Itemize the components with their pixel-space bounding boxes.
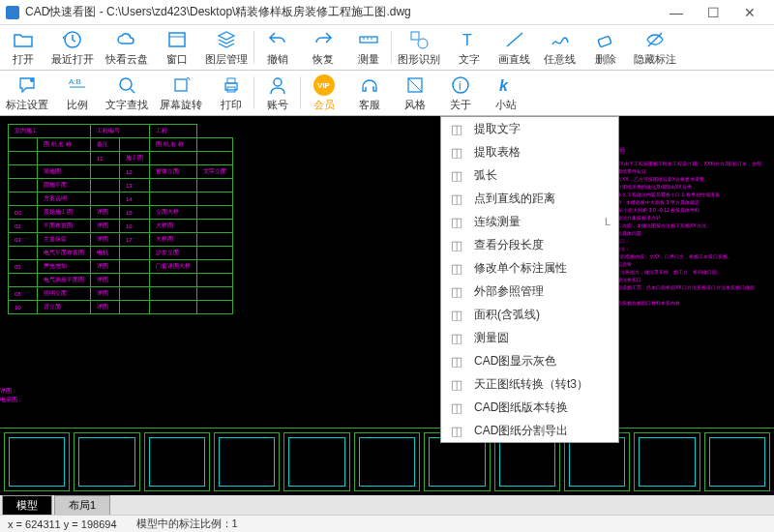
thumb[interactable] xyxy=(144,432,210,491)
area-icon: ◫ xyxy=(449,307,464,322)
svg-line-17 xyxy=(131,89,134,93)
erase-icon xyxy=(595,29,616,50)
tool-user[interactable]: 账号 xyxy=(254,71,300,115)
tool-label: 会员 xyxy=(313,98,335,112)
tool-line[interactable]: 画直线 xyxy=(491,25,537,70)
tool-print[interactable]: 打印 xyxy=(208,71,253,115)
tool-ruler[interactable]: 测量 xyxy=(345,25,391,70)
minimize-button[interactable]: — xyxy=(658,0,695,25)
thumb[interactable] xyxy=(283,432,349,491)
menu-item-edit-annotation[interactable]: ◫修改单个标注属性 xyxy=(441,256,618,280)
svg-line-10 xyxy=(507,33,522,46)
app-icon xyxy=(6,6,19,19)
menu-item-circle[interactable]: ◫测量圆 xyxy=(441,326,618,349)
tool-headset[interactable]: 客服 xyxy=(346,71,392,115)
table-extract-icon: ◫ xyxy=(449,144,464,160)
arc-icon: ◫ xyxy=(449,167,464,183)
tool-search[interactable]: 文字查找 xyxy=(100,71,154,115)
maximize-button[interactable]: ☐ xyxy=(695,0,731,25)
thumb[interactable] xyxy=(74,432,139,491)
status-scale: 模型中的标注比例：1 xyxy=(136,517,238,531)
tool-hide[interactable]: 隐藏标注 xyxy=(628,25,682,70)
cad-design-notes: 设计说明 一、XXXXX由于工程按图施工时本工程设计1套，XX和方方3套装订本，… xyxy=(598,145,762,307)
tool-label: 关于 xyxy=(450,98,471,112)
tool-label: 窗口 xyxy=(166,52,188,67)
menu-item-point-line[interactable]: ◫点到直线的距离 xyxy=(441,187,618,210)
svg-text:T: T xyxy=(462,32,472,48)
menu-item-arc[interactable]: ◫弧长 xyxy=(441,163,618,187)
version-icon: ◫ xyxy=(449,399,464,415)
status-coords: x = 624311 y = 198694 xyxy=(8,518,117,530)
menu-item-table-extract[interactable]: ◫提取表格 xyxy=(441,140,618,163)
k-logo-icon: k xyxy=(495,74,517,96)
svg-rect-1 xyxy=(169,33,185,46)
tool-ab-scale[interactable]: A:B比例 xyxy=(54,71,100,115)
tool-annotation[interactable]: 标注设置 xyxy=(0,71,54,115)
theme-icon xyxy=(404,74,426,96)
menu-item-chain[interactable]: ◫连续测量L xyxy=(441,210,618,233)
thumb[interactable] xyxy=(214,432,280,491)
svg-point-8 xyxy=(418,39,428,48)
freehand-icon xyxy=(550,29,571,50)
cloud-icon xyxy=(116,29,137,50)
circle-icon: ◫ xyxy=(449,330,464,345)
annotation-icon xyxy=(16,74,38,96)
menu-item-segment[interactable]: ◫查看分段长度 xyxy=(441,233,618,256)
close-button[interactable]: ✕ xyxy=(731,0,768,25)
svg-text:i: i xyxy=(459,79,461,93)
gray-icon: ◫ xyxy=(449,353,464,369)
tab-model[interactable]: 模型 xyxy=(2,495,52,515)
menu-item-gray[interactable]: ◫CAD图显示灰色 xyxy=(441,349,618,372)
tool-label: 比例 xyxy=(67,98,88,112)
menu-item-area[interactable]: ◫面积(含弧线) xyxy=(441,303,618,326)
tool-history[interactable]: 最近打开 xyxy=(45,25,100,70)
menu-item-text-extract[interactable]: ◫提取文字 xyxy=(441,117,618,140)
tool-theme[interactable]: 风格 xyxy=(392,71,437,115)
folder-open-icon xyxy=(13,29,34,50)
svg-point-22 xyxy=(274,78,282,86)
tool-layers[interactable]: 图层管理 xyxy=(199,25,253,70)
svg-rect-7 xyxy=(411,32,419,40)
tool-label: 画直线 xyxy=(498,52,530,67)
svg-point-13 xyxy=(30,78,34,82)
tool-undo[interactable]: 撤销 xyxy=(254,25,300,70)
tool-label: 打印 xyxy=(221,98,242,112)
svg-text:k: k xyxy=(499,77,509,94)
tool-redo[interactable]: 恢复 xyxy=(300,25,345,70)
tool-cloud[interactable]: 快看云盘 xyxy=(100,25,154,70)
tool-rotate[interactable]: 屏幕旋转 xyxy=(154,71,208,115)
tool-text[interactable]: T文字 xyxy=(446,25,491,70)
tool-k-logo[interactable]: k小站 xyxy=(483,71,528,115)
toolbar-secondary: 标注设置A:B比例文字查找屏幕旋转打印账号VIP会员客服风格i关于k小站 xyxy=(0,71,774,116)
rotate-icon xyxy=(170,74,192,96)
tool-shape[interactable]: 图形识别 xyxy=(392,25,446,70)
tool-label: 文字查找 xyxy=(105,98,148,112)
tool-freehand[interactable]: 任意线 xyxy=(537,25,582,70)
thumb[interactable] xyxy=(634,432,700,491)
layers-icon xyxy=(216,29,237,50)
menu-item-version[interactable]: ◫CAD图纸版本转换 xyxy=(441,396,618,419)
tool-erase[interactable]: 删除 xyxy=(582,25,628,70)
title-bar: CAD快速看图 - C:\Users\zd423\Desktop\精装修样板房装… xyxy=(0,0,774,25)
thumb[interactable] xyxy=(4,432,70,491)
svg-rect-11 xyxy=(597,36,610,47)
tool-window[interactable]: 窗口 xyxy=(154,25,199,70)
tool-info[interactable]: i关于 xyxy=(437,71,483,115)
thumbnail-strip xyxy=(0,428,774,495)
info-icon: i xyxy=(450,74,471,96)
ab-scale-icon: A:B xyxy=(67,74,88,96)
tool-label: 文字 xyxy=(459,52,480,67)
menu-item-split[interactable]: ◫CAD图纸分割导出 xyxy=(441,419,618,442)
left-marker: 详图：电采图： xyxy=(0,387,23,404)
thumb[interactable] xyxy=(704,432,770,491)
tool-label: 删除 xyxy=(595,52,616,67)
menu-item-convert[interactable]: ◫天正图纸转换（转t3） xyxy=(441,372,618,396)
tab-layout1[interactable]: 布局1 xyxy=(54,495,110,515)
cad-canvas[interactable]: 室内施工工程编号工程图 纸 名 称备注图 纸 名 称11施工图简施图12整体立面… xyxy=(0,116,774,495)
thumb[interactable] xyxy=(354,432,420,491)
menu-item-xref[interactable]: ◫外部参照管理 xyxy=(441,280,618,303)
ruler-icon xyxy=(358,29,379,50)
tool-folder-open[interactable]: 打开 xyxy=(0,25,45,70)
measure-dropdown-menu: ◫提取文字◫提取表格◫弧长◫点到直线的距离◫连续测量L◫查看分段长度◫修改单个标… xyxy=(440,116,619,443)
tool-vip[interactable]: VIP会员 xyxy=(301,71,346,115)
